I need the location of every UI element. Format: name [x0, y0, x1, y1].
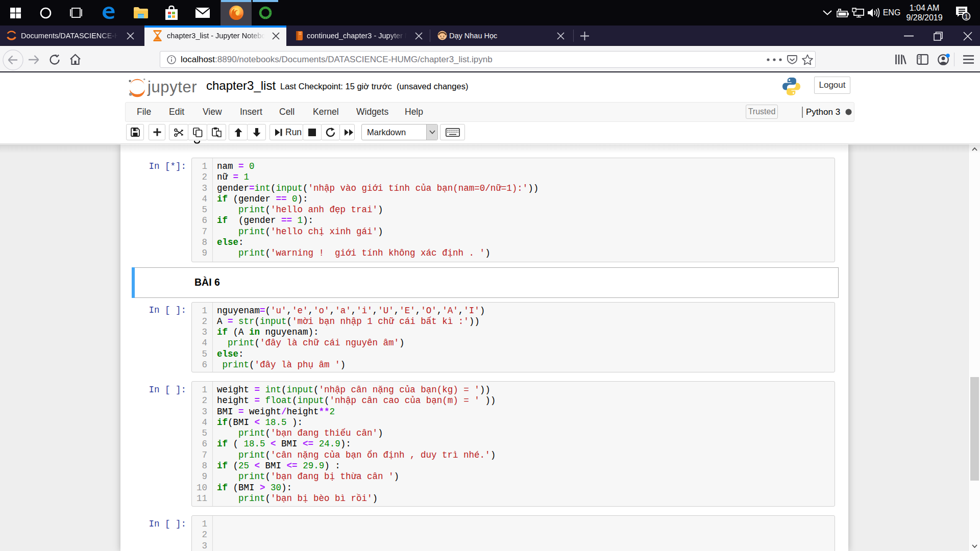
- svg-text:1: 1: [965, 13, 968, 20]
